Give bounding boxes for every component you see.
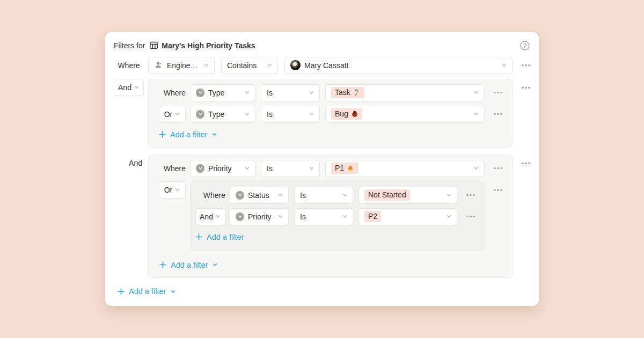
svg-text:?: ? xyxy=(523,42,526,49)
filter-row-p1: Where Priority Is P1 xyxy=(159,160,502,177)
select-circle-icon xyxy=(196,164,204,173)
connector-label: And xyxy=(200,212,213,221)
page-background: { "header": { "prefix": "Filters for", "… xyxy=(0,0,644,338)
page-title: Mary's High Priority Tasks xyxy=(162,41,255,50)
tag-p2: P2 xyxy=(364,211,381,222)
filter-row-p2: And Priority Is xyxy=(195,208,475,225)
tag-task: Task xyxy=(331,87,364,98)
chevron-down-icon xyxy=(244,165,250,171)
select-circle-icon xyxy=(196,89,204,97)
row-menu-button[interactable] xyxy=(466,194,475,196)
value-select-p2[interactable]: P2 xyxy=(358,208,457,225)
property-select-priority[interactable]: Priority xyxy=(230,208,289,225)
chevron-down-icon xyxy=(277,192,283,198)
connector-label: Or xyxy=(164,186,173,194)
value-select-mary-cassatt[interactable]: Mary Cassatt xyxy=(284,57,513,74)
chevron-down-icon xyxy=(473,111,479,117)
property-select-type[interactable]: Type xyxy=(190,106,255,123)
where-label: Where xyxy=(195,187,225,204)
chevron-down-icon xyxy=(309,165,314,171)
operator-select[interactable]: Is xyxy=(294,208,353,225)
property-select-status[interactable]: Status xyxy=(230,187,289,204)
plus-icon xyxy=(159,261,166,268)
filter-row-engineers: Where Engineers Contains Mary Cassatt xyxy=(114,57,530,74)
group-menu-button[interactable] xyxy=(521,86,530,89)
chevron-down-icon xyxy=(309,111,314,117)
chevron-down-icon xyxy=(501,62,507,68)
where-label: Where xyxy=(159,84,186,101)
connector-select-and[interactable]: And xyxy=(195,208,225,225)
filter-group-type: And Where Type Is xyxy=(114,79,530,148)
select-circle-icon xyxy=(236,191,244,200)
value-select-task[interactable]: Task xyxy=(325,84,485,101)
table-icon xyxy=(149,41,158,50)
value-select-not-started[interactable]: Not Started xyxy=(358,187,457,204)
tag-not-started: Not Started xyxy=(364,189,410,201)
add-filter-label: Add a filter xyxy=(171,261,208,269)
filter-row-task: Where Type Is Task xyxy=(159,84,502,101)
operator-label: Is xyxy=(267,110,273,119)
add-filter-button[interactable]: Add a filter xyxy=(118,285,530,298)
property-select-type[interactable]: Type xyxy=(190,84,255,101)
property-select-engineers[interactable]: Engineers xyxy=(148,57,215,74)
row-menu-button[interactable] xyxy=(466,215,475,218)
operator-label: Contains xyxy=(227,61,257,70)
add-filter-button[interactable]: Add a filter xyxy=(159,258,218,273)
operator-select-contains[interactable]: Contains xyxy=(221,57,278,74)
filters-for-label: Filters for xyxy=(114,41,145,50)
where-label: Where xyxy=(114,57,144,74)
filter-row-bug: Or Type Is xyxy=(159,106,502,123)
chevron-down-icon xyxy=(174,187,180,193)
chevron-down-icon xyxy=(446,214,452,219)
operator-select[interactable]: Is xyxy=(261,160,320,177)
group-connector-select[interactable]: And xyxy=(114,79,144,96)
chevron-down-icon xyxy=(174,111,180,117)
property-select-priority[interactable]: Priority xyxy=(190,160,255,177)
chevron-down-icon xyxy=(277,214,283,219)
ladybug-emoji xyxy=(351,110,358,117)
property-label: Engineers xyxy=(167,61,200,70)
add-filter-label: Add a filter xyxy=(170,130,207,139)
tag-bug: Bug xyxy=(331,108,362,120)
plus-icon xyxy=(195,233,202,240)
row-menu-button[interactable] xyxy=(493,91,502,94)
row-menu-button[interactable] xyxy=(493,167,502,170)
operator-select[interactable]: Is xyxy=(261,84,320,101)
chevron-down-icon xyxy=(134,84,140,90)
hammer-emoji xyxy=(353,89,361,96)
connector-select-or[interactable]: Or xyxy=(159,106,186,123)
and-label: And xyxy=(114,155,144,172)
nested-group-menu-button[interactable] xyxy=(493,189,502,192)
add-filter-label: Add a filter xyxy=(207,233,244,241)
operator-label: Is xyxy=(267,164,273,173)
property-label: Type xyxy=(208,110,224,119)
property-label: Status xyxy=(248,191,269,200)
group-menu-button[interactable] xyxy=(521,162,530,165)
row-menu-button[interactable] xyxy=(521,64,530,67)
operator-label: Is xyxy=(300,191,306,200)
panel-header: Filters for Mary's High Priority Tasks ? xyxy=(114,39,530,52)
value-label: Mary Cassatt xyxy=(304,61,348,70)
operator-select[interactable]: Is xyxy=(261,106,320,123)
tag-label: Not Started xyxy=(368,190,406,200)
help-button[interactable]: ? xyxy=(519,40,530,51)
tag-label: P2 xyxy=(368,211,377,222)
plus-icon xyxy=(159,131,166,138)
operator-select[interactable]: Is xyxy=(294,187,353,204)
connector-select-or[interactable]: Or xyxy=(159,181,186,199)
row-menu-button[interactable] xyxy=(493,113,502,115)
nested-filter-group-panel: Where Status Is xyxy=(190,181,485,251)
chevron-down-icon xyxy=(309,90,314,95)
property-label: Type xyxy=(208,89,224,97)
where-label: Where xyxy=(159,160,186,177)
add-filter-button[interactable]: Add a filter xyxy=(159,127,217,142)
chevron-down-icon xyxy=(170,289,176,295)
filter-row-not-started: Where Status Is xyxy=(195,187,475,204)
add-filter-button[interactable]: Add a filter xyxy=(195,230,244,245)
person-icon xyxy=(154,61,163,70)
chevron-down-icon xyxy=(342,192,348,198)
value-select-bug[interactable]: Bug xyxy=(325,106,485,123)
connector-label: Or xyxy=(164,110,173,119)
connector-label: And xyxy=(118,83,131,92)
value-select-p1[interactable]: P1 xyxy=(325,160,485,177)
